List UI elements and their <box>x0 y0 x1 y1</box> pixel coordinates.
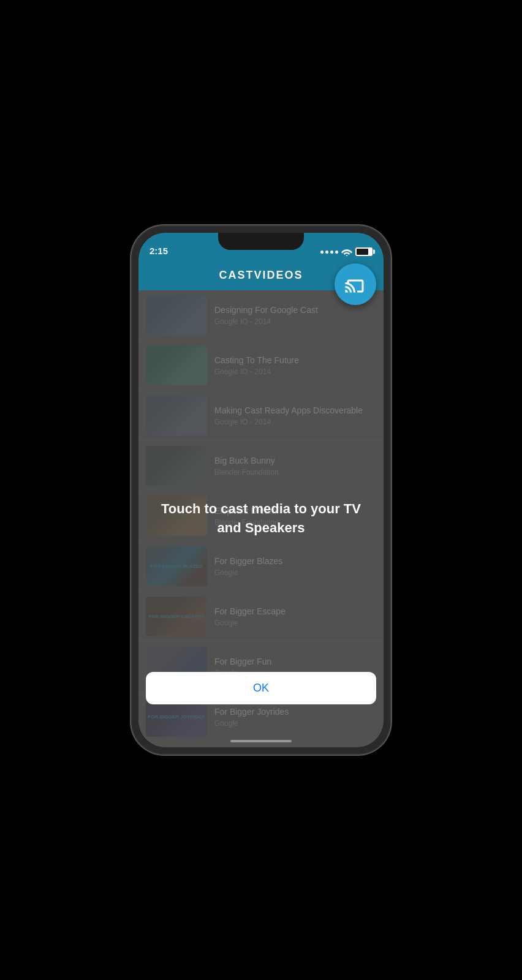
title-prefix: CAST <box>219 269 254 281</box>
app-title: CASTVIDEOS <box>219 269 303 282</box>
battery-icon <box>355 247 373 256</box>
status-icons <box>320 247 373 256</box>
cast-icon <box>344 273 366 295</box>
screen: 2:15 CASTVIDEOS <box>138 233 384 747</box>
status-time: 2:15 <box>149 246 168 256</box>
notch <box>218 233 304 250</box>
signal-dots-icon <box>320 251 338 254</box>
ok-button-container: OK <box>138 672 384 704</box>
cast-toast-text: Touch to cast media to your TV and Speak… <box>138 488 384 550</box>
wifi-icon <box>341 247 352 256</box>
ok-button[interactable]: OK <box>146 672 376 704</box>
home-indicator <box>230 740 292 742</box>
phone-frame: 2:15 CASTVIDEOS <box>132 227 390 753</box>
title-suffix: VIDEOS <box>254 269 303 281</box>
cast-fab-button[interactable] <box>335 263 376 305</box>
